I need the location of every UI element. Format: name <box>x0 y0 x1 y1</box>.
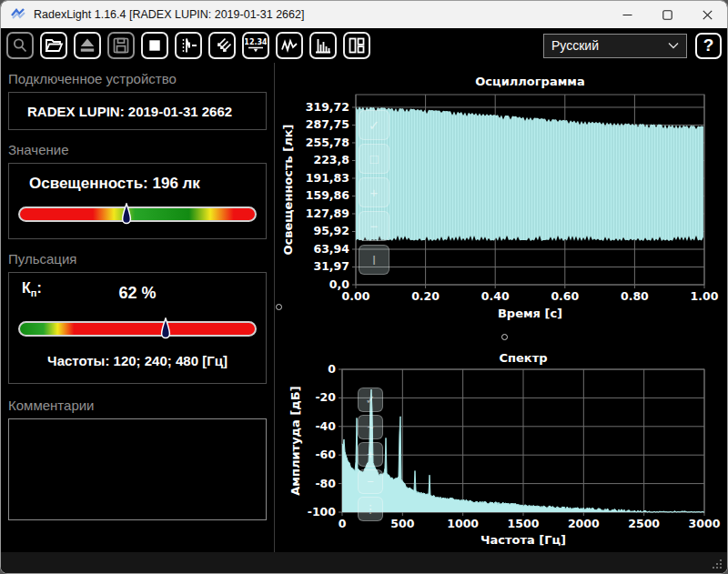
stop-record-button[interactable] <box>141 32 168 59</box>
oscillogram-toolbar: ✓□+−I <box>359 110 389 275</box>
chart-more-tool[interactable]: ⋮ <box>358 497 383 521</box>
svg-text:0.60: 0.60 <box>551 289 579 303</box>
spectrum-toolbar: ✓~+−⋮ <box>358 388 383 521</box>
spectrum-chart: 0500100015002000250030000-20-40-60-80-10… <box>274 336 726 551</box>
device-name-box: RADEX LUPIN: 2019-01-31 2662 <box>8 92 267 130</box>
chart-cursor-tool[interactable]: I <box>359 245 389 275</box>
svg-text:Спектр: Спектр <box>499 351 547 365</box>
svg-text:Частота [Гц]: Частота [Гц] <box>480 533 566 547</box>
eject-icon <box>76 35 98 56</box>
app-logo-icon <box>10 6 26 23</box>
comments-section-heading: Комментарии <box>8 398 267 413</box>
chart-zoom-in-tool[interactable]: + <box>359 177 389 207</box>
value-section-heading: Значение <box>8 142 267 157</box>
svg-text:500: 500 <box>390 517 414 530</box>
svg-text:127,89: 127,89 <box>306 206 349 220</box>
kp-value: 62 % <box>18 278 257 303</box>
svg-text:0.00: 0.00 <box>342 289 370 303</box>
svg-text:95,92: 95,92 <box>313 224 349 237</box>
language-select[interactable]: Русский <box>543 34 687 58</box>
chart-check-tool[interactable]: ✓ <box>359 110 389 140</box>
svg-text:Амплитуда [дБ]: Амплитуда [дБ] <box>288 386 302 495</box>
flicker-rays-button[interactable] <box>208 32 236 59</box>
close-button[interactable] <box>687 1 727 28</box>
device-name: RADEX LUPIN: 2019-01-31 2662 <box>27 104 232 119</box>
charts-pane: 0.000.200.400.600.801.000,031,9763,9495,… <box>274 63 726 552</box>
value-box: Освещенность: 196 лк <box>8 163 267 239</box>
zoom-document-button[interactable] <box>6 32 34 59</box>
svg-text:1.00: 1.00 <box>691 289 719 303</box>
svg-text:159,86: 159,86 <box>306 188 350 202</box>
svg-text:-60: -60 <box>315 448 336 461</box>
chart-check-tool[interactable]: ✓ <box>358 388 383 412</box>
svg-text:191,83: 191,83 <box>306 171 349 185</box>
svg-text:287,75: 287,75 <box>306 117 349 131</box>
floppy-icon <box>110 35 132 56</box>
chevron-down-icon <box>668 39 679 52</box>
chart-zoom-in-tool[interactable]: + <box>358 442 383 467</box>
content-area: Подключенное устройство RADEX LUPIN: 201… <box>1 63 727 552</box>
svg-text:Осциллограмма: Осциллограмма <box>475 75 584 88</box>
kp-label: Кп: <box>22 280 42 298</box>
pulse-minus-icon <box>177 35 199 56</box>
svg-text:31,97: 31,97 <box>313 259 349 273</box>
minimize-button[interactable] <box>607 1 647 28</box>
chart-zoom-out-tool[interactable]: − <box>359 211 389 241</box>
eject-device-button[interactable] <box>74 32 101 59</box>
rays-icon <box>211 35 233 56</box>
numeric-display-button[interactable]: 12.34 <box>242 32 269 59</box>
open-file-button[interactable] <box>40 32 67 59</box>
open-folder-icon <box>43 35 65 56</box>
stop-square-icon <box>144 35 166 56</box>
oscillogram-view-button[interactable] <box>276 32 303 59</box>
pulsation-scale-bar <box>18 321 257 337</box>
svg-text:223,8: 223,8 <box>313 153 349 166</box>
svg-text:0.80: 0.80 <box>621 289 649 303</box>
svg-text:12.34: 12.34 <box>245 38 267 46</box>
main-toolbar: 12.34 Русский ? <box>1 28 727 63</box>
histogram-icon <box>312 35 334 56</box>
pulsation-section-heading: Пульсация <box>8 251 267 267</box>
layout-split-button[interactable] <box>343 32 370 59</box>
svg-text:Время [с]: Время [с] <box>498 307 562 320</box>
language-value: Русский <box>551 38 599 53</box>
pulsation-marker-icon <box>160 317 171 340</box>
toolbar-buttons: 12.34 <box>6 32 370 59</box>
help-button[interactable]: ? <box>695 33 722 59</box>
svg-text:Освещенность [лк]: Освещенность [лк] <box>281 124 295 255</box>
frequencies-label: Частоты: 120; 240; 480 [Гц] <box>18 353 257 368</box>
maximize-button[interactable] <box>647 1 687 28</box>
chart-wave-tool[interactable]: ~ <box>358 415 383 439</box>
comments-input[interactable] <box>8 418 267 520</box>
svg-text:1500: 1500 <box>508 517 540 530</box>
svg-text:0.40: 0.40 <box>481 289 510 303</box>
save-file-button[interactable] <box>107 32 135 59</box>
numeric-12-34-icon: 12.34 <box>245 35 267 56</box>
oscillogram-chart: 0.000.200.400.600.801.000,031,9763,9495,… <box>274 63 726 328</box>
svg-text:-80: -80 <box>315 477 336 490</box>
spectrum-view-button[interactable] <box>309 32 337 59</box>
title-bar: RadexLight 1.16.4 [RADEX LUPIN: 2019-01-… <box>1 1 727 28</box>
svg-text:-100: -100 <box>308 505 337 519</box>
svg-text:-40: -40 <box>315 419 336 433</box>
chart-zoom-out-tool[interactable]: − <box>358 469 383 494</box>
app-window: RadexLight 1.16.4 [RADEX LUPIN: 2019-01-… <box>0 0 728 574</box>
waveform-icon <box>278 35 300 56</box>
svg-text:63,94: 63,94 <box>313 242 349 256</box>
svg-text:1000: 1000 <box>447 517 479 530</box>
pulsation-box: Кп: 62 % Частоты: 120; 240; 480 [Гц] <box>8 272 267 384</box>
pulsation-view-button[interactable] <box>175 32 202 59</box>
svg-text:0: 0 <box>328 362 336 376</box>
device-section-heading: Подключенное устройство <box>8 71 267 86</box>
svg-text:0.20: 0.20 <box>411 289 440 303</box>
svg-text:2500: 2500 <box>628 517 660 530</box>
left-panel: Подключенное устройство RADEX LUPIN: 201… <box>1 63 274 552</box>
resize-grip-icon[interactable] <box>711 558 722 569</box>
illuminance-marker-icon <box>121 203 132 226</box>
chart-copy-tool[interactable]: □ <box>359 144 389 174</box>
magnifier-icon <box>9 35 31 56</box>
svg-text:0,0: 0,0 <box>329 277 349 291</box>
split-layout-icon <box>346 35 368 56</box>
svg-text:319,72: 319,72 <box>306 100 349 114</box>
illuminance-value: Освещенность: 196 лк <box>29 175 257 193</box>
